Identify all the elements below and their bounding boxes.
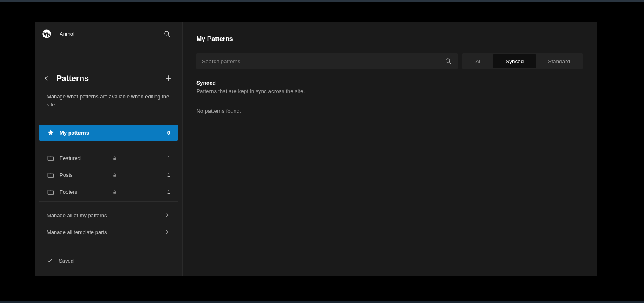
nav-count: 1 — [167, 172, 170, 178]
nav-count: 1 — [167, 155, 170, 161]
manage-list: Manage all of my patterns Manage all tem… — [35, 202, 182, 244]
filter-standard-button[interactable]: Standard — [536, 54, 582, 68]
svg-line-10 — [449, 62, 451, 64]
nav-label: My patterns — [60, 130, 167, 136]
sidebar: Anmol Patterns Manage — [35, 22, 183, 276]
nav-label: Posts — [60, 172, 110, 178]
lock-icon — [112, 173, 117, 178]
filter-all-button[interactable]: All — [463, 54, 493, 68]
sidebar-item-footers[interactable]: Footers 1 — [39, 184, 178, 200]
search-patterns-wrapper[interactable] — [196, 53, 458, 69]
chevron-right-icon — [164, 229, 170, 235]
page-title: My Patterns — [196, 35, 583, 43]
sidebar-title-row: Patterns — [35, 70, 182, 86]
nav-list: My patterns 0 — [35, 125, 182, 141]
manage-all-patterns-link[interactable]: Manage all of my patterns — [39, 207, 178, 224]
app-frame: Anmol Patterns Manage — [35, 22, 597, 276]
folder-icon — [47, 188, 55, 196]
chevron-right-icon — [164, 212, 170, 218]
main-content: My Patterns All Synced Standard Synced P… — [183, 22, 597, 276]
sidebar-item-featured[interactable]: Featured 1 — [39, 150, 178, 166]
folder-icon — [47, 171, 55, 179]
lock-icon — [112, 156, 117, 161]
section-subheading: Patterns that are kept in sync across th… — [196, 88, 583, 94]
nav-label: Featured — [60, 155, 110, 161]
sidebar-footer: Saved — [35, 245, 182, 276]
folder-list: Featured 1 Posts 1 — [35, 150, 182, 201]
svg-marker-5 — [48, 130, 54, 135]
sidebar-item-overflow[interactable] — [39, 201, 178, 201]
back-button[interactable] — [42, 73, 52, 83]
svg-point-1 — [165, 31, 169, 35]
sync-filter-control: All Synced Standard — [462, 53, 583, 69]
sidebar-title: Patterns — [56, 74, 164, 83]
site-name: Anmol — [60, 31, 161, 37]
svg-point-9 — [446, 59, 450, 62]
sidebar-item-my-patterns[interactable]: My patterns 0 — [39, 125, 178, 141]
search-patterns-input[interactable] — [202, 58, 445, 64]
wordpress-logo-icon[interactable] — [42, 29, 52, 39]
sidebar-item-posts[interactable]: Posts 1 — [39, 167, 178, 183]
open-command-palette-button[interactable] — [161, 28, 173, 39]
filter-row: All Synced Standard — [196, 53, 583, 69]
filter-synced-button[interactable]: Synced — [493, 54, 536, 68]
manage-label: Manage all template parts — [47, 229, 164, 235]
saved-label: Saved — [59, 258, 74, 264]
folder-icon — [47, 154, 55, 162]
lock-icon — [112, 190, 117, 195]
empty-state-message: No patterns found. — [196, 108, 583, 114]
search-icon — [445, 58, 452, 65]
check-icon — [47, 257, 54, 265]
sidebar-header: Anmol — [35, 22, 182, 46]
nav-count: 1 — [167, 189, 170, 195]
svg-rect-7 — [113, 175, 116, 177]
manage-template-parts-link[interactable]: Manage all template parts — [39, 224, 178, 241]
section-heading: Synced — [196, 80, 583, 86]
star-icon — [47, 129, 55, 137]
svg-rect-8 — [113, 192, 116, 194]
nav-count: 0 — [167, 130, 170, 136]
sidebar-description: Manage what patterns are available when … — [35, 86, 182, 108]
create-pattern-button[interactable] — [164, 73, 173, 83]
svg-rect-6 — [113, 158, 116, 160]
manage-label: Manage all of my patterns — [47, 212, 164, 218]
svg-line-2 — [168, 35, 170, 37]
nav-label: Footers — [60, 189, 110, 195]
